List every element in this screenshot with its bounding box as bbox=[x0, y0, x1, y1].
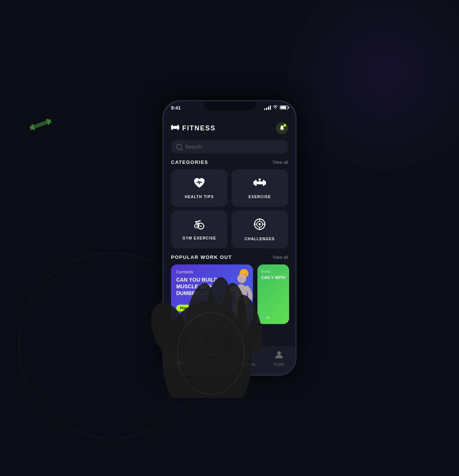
workout-card-content: Dumbells CAN YOU BUILD MUSCLE WITH DUMBB… bbox=[171, 264, 253, 324]
time-value: 30 bbox=[266, 316, 270, 320]
categories-header: CATEGORIES View all bbox=[164, 159, 295, 169]
home-label: Home bbox=[175, 361, 185, 365]
wifi-icon bbox=[273, 105, 278, 110]
challenges-nav-label: Challenges bbox=[237, 362, 255, 366]
workout-card-2-title: CAN Y WITH bbox=[261, 275, 285, 280]
svg-rect-10 bbox=[178, 126, 179, 129]
bottom-nav: Home Workout bbox=[164, 347, 295, 375]
challenges-label: CHALLENGES bbox=[245, 237, 275, 241]
svg-point-27 bbox=[259, 223, 261, 225]
workout-card-2[interactable]: Dumb... CAN Y WITH ⏱ 30 bbox=[257, 264, 289, 324]
gym-exercise-icon bbox=[193, 219, 206, 232]
phone-screen: 9:41 bbox=[164, 101, 295, 375]
nav-item-profile[interactable]: Profile bbox=[268, 351, 290, 366]
svg-rect-38 bbox=[210, 353, 211, 356]
signal-bar-3 bbox=[268, 107, 269, 110]
status-icons bbox=[264, 105, 288, 110]
svg-point-5 bbox=[275, 108, 276, 109]
profile-icon bbox=[275, 351, 283, 361]
svg-rect-2 bbox=[34, 120, 47, 128]
search-bar[interactable]: Search bbox=[171, 140, 288, 153]
battery-fill bbox=[281, 106, 286, 109]
category-card-challenges[interactable]: CHALLENGES bbox=[231, 210, 288, 248]
category-card-exercise[interactable]: EXERCISE bbox=[231, 169, 288, 207]
svg-point-46 bbox=[245, 354, 247, 356]
svg-rect-20 bbox=[195, 220, 201, 223]
svg-rect-15 bbox=[264, 181, 266, 185]
svg-rect-41 bbox=[216, 354, 217, 355]
svg-rect-12 bbox=[255, 180, 257, 186]
notification-bell[interactable] bbox=[276, 122, 288, 134]
workout-card-2-time: ⏱ 30 bbox=[261, 316, 270, 320]
exercise-label: EXERCISE bbox=[249, 195, 271, 199]
signal-bar-2 bbox=[266, 108, 267, 110]
logo-area: FITNESS bbox=[171, 124, 216, 133]
phone-body: 9:41 bbox=[162, 100, 297, 376]
svg-rect-7 bbox=[172, 125, 173, 130]
status-time: 9:41 bbox=[171, 105, 181, 111]
battery-icon bbox=[280, 105, 288, 110]
bg-decoration-top-right bbox=[273, 0, 459, 186]
category-card-health-tips[interactable]: HEALTH TIPS bbox=[171, 169, 228, 207]
deco-dumbbell-icon bbox=[28, 116, 54, 136]
categories-title: CATEGORIES bbox=[171, 159, 208, 165]
health-tips-icon bbox=[193, 177, 206, 191]
categories-grid: HEALTH TIPS bbox=[164, 169, 295, 254]
svg-point-42 bbox=[212, 352, 214, 353]
workout-scroll: 🏆 Dumbells CAN YOU BUILD MUSCLE WITH DUM… bbox=[164, 264, 295, 331]
gym-exercise-label: GYM EXERCISE bbox=[183, 236, 216, 240]
workout-label: Workout bbox=[206, 362, 220, 366]
svg-rect-8 bbox=[173, 126, 177, 129]
popular-workout-header: POPULAR WORK OUT View all bbox=[164, 254, 295, 264]
logo-icon bbox=[171, 124, 179, 133]
workout-card-2-content: Dumb... CAN Y WITH bbox=[257, 264, 289, 285]
clock-icon-2: ⏱ bbox=[261, 316, 265, 320]
svg-point-51 bbox=[277, 351, 281, 355]
search-icon bbox=[176, 144, 182, 150]
challenges-nav-icon bbox=[242, 351, 250, 361]
profile-label: Profile bbox=[274, 362, 284, 366]
workout-card-1[interactable]: 🏆 Dumbells CAN YOU BUILD MUSCLE WITH DUM… bbox=[171, 264, 253, 324]
nav-item-home[interactable]: Home bbox=[169, 351, 191, 365]
exercise-icon bbox=[253, 177, 266, 191]
popular-workout-title: POPULAR WORK OUT bbox=[171, 254, 232, 260]
app-title: FITNESS bbox=[182, 124, 216, 132]
notch bbox=[203, 101, 256, 111]
svg-point-16 bbox=[259, 178, 261, 181]
home-icon bbox=[176, 351, 184, 359]
search-placeholder: Search bbox=[185, 144, 202, 150]
svg-point-24 bbox=[196, 226, 197, 227]
categories-view-all[interactable]: View all bbox=[273, 160, 288, 165]
svg-point-19 bbox=[200, 225, 202, 227]
app-header: FITNESS bbox=[164, 118, 295, 137]
workout-title: CAN YOU BUILD MUSCLE WITH DUMBBELLS bbox=[176, 276, 225, 297]
challenges-icon bbox=[253, 218, 266, 233]
nav-item-workout[interactable]: Workout bbox=[202, 351, 224, 366]
popular-workout-view-all[interactable]: View all bbox=[273, 255, 288, 260]
health-tips-label: HEALTH TIPS bbox=[185, 195, 214, 199]
nav-item-challenges[interactable]: Challenges bbox=[235, 351, 257, 366]
svg-rect-22 bbox=[196, 223, 199, 224]
category-card-gym-exercise[interactable]: GYM EXERCISE bbox=[171, 210, 228, 248]
workout-card-2-category: Dumb... bbox=[261, 270, 285, 273]
workout-icon bbox=[209, 351, 217, 360]
signal-bars bbox=[264, 105, 271, 110]
signal-bar-1 bbox=[264, 108, 265, 110]
signal-bar-4 bbox=[270, 105, 271, 110]
phone-frame: 9:41 bbox=[162, 100, 297, 376]
workout-category: Dumbells bbox=[176, 270, 248, 274]
bell-dot bbox=[284, 124, 286, 127]
screen-content: FITNESS Search bbox=[164, 118, 295, 375]
